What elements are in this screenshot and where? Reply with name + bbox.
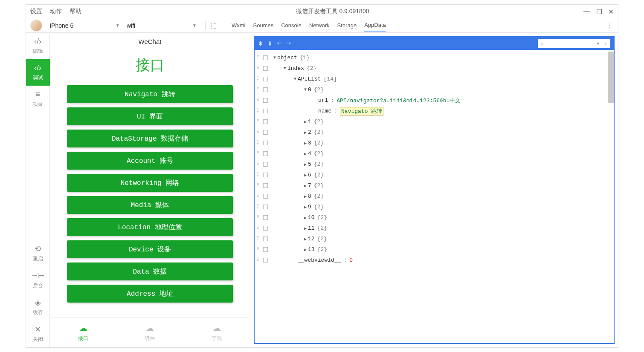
checkbox[interactable] — [263, 66, 268, 71]
expand-down-icon[interactable]: ⇟ — [258, 40, 263, 47]
tree-row[interactable]: ⠿▼index{2} — [255, 63, 614, 74]
api-button[interactable]: Device 设备 — [67, 240, 233, 258]
tree-row[interactable]: ⠿url:API/navigator?a=1111&mid=123:56&b=中… — [255, 95, 614, 106]
tab-wxml[interactable]: Wxml — [232, 20, 246, 31]
tree-row[interactable]: ⠿▼APIList[14] — [255, 74, 614, 84]
close-icon[interactable]: ✕ — [608, 8, 614, 16]
sidebar-cache[interactable]: ◈ 缓存 — [26, 294, 50, 320]
toggle-arrow-icon[interactable]: ▶ — [303, 173, 308, 178]
device-select[interactable]: iPhone 6 ▼ — [46, 22, 123, 29]
drag-handle-icon[interactable]: ⠿ — [256, 87, 261, 92]
more-icon[interactable]: ⋮ — [606, 21, 614, 29]
api-button[interactable]: Address 地址 — [67, 285, 233, 303]
toggle-arrow-icon[interactable]: ▼ — [293, 77, 298, 81]
checkbox[interactable] — [263, 247, 268, 252]
toggle-arrow-icon[interactable]: ▶ — [303, 194, 308, 199]
tree-value[interactable]: API/navigator?a=1111&mid=123:56&b=中文 — [337, 97, 461, 104]
api-button[interactable]: Account 账号 — [67, 152, 233, 170]
checkbox[interactable] — [263, 119, 268, 124]
toggle-arrow-icon[interactable]: ▶ — [303, 226, 308, 231]
tree-row[interactable]: ⠿▶7{2} — [255, 180, 614, 191]
drag-handle-icon[interactable]: ⠿ — [256, 173, 261, 178]
toggle-arrow-icon[interactable]: ▶ — [303, 183, 308, 188]
menu-actions[interactable]: 动作 — [50, 8, 62, 15]
tab-console[interactable]: Console — [281, 20, 302, 31]
scrollbar-thumb[interactable] — [608, 52, 614, 103]
checkbox[interactable] — [263, 215, 268, 220]
checkbox[interactable] — [263, 226, 268, 231]
tree-row[interactable]: ⠿▶9{2} — [255, 202, 614, 212]
data-tree[interactable]: ⠿▼object{1}⠿▼index{2}⠿▼APIList[14]⠿▼0{2}… — [255, 50, 614, 343]
sidebar-debug[interactable]: ‹/› 调试 — [26, 59, 50, 86]
tree-row[interactable]: ⠿▶13{2} — [255, 244, 614, 255]
menu-help[interactable]: 帮助 — [70, 8, 81, 15]
tree-row[interactable]: ⠿▶2{2} — [255, 127, 614, 138]
tree-row[interactable]: ⠿▶8{2} — [255, 191, 614, 202]
maximize-icon[interactable]: ☐ — [596, 8, 602, 16]
toggle-arrow-icon[interactable]: ▼ — [272, 55, 277, 60]
drag-handle-icon[interactable]: ⠿ — [256, 194, 261, 199]
tree-row[interactable]: ⠿▶6{2} — [255, 170, 614, 180]
drag-handle-icon[interactable]: ⠿ — [256, 183, 261, 188]
checkbox[interactable] — [263, 109, 268, 113]
checkbox[interactable] — [263, 194, 268, 199]
checkbox[interactable] — [263, 151, 268, 156]
api-button[interactable]: Data 数据 — [67, 263, 233, 280]
api-button[interactable]: Media 媒体 — [67, 196, 233, 214]
drag-handle-icon[interactable]: ⠿ — [256, 141, 261, 146]
api-button[interactable]: Navigato 跳转 — [67, 85, 233, 103]
tree-row[interactable]: ⠿▼object{1} — [255, 52, 614, 63]
tree-row[interactable]: ⠿▶11{2} — [255, 223, 614, 234]
api-button[interactable]: DataStorage 数据存储 — [67, 130, 233, 147]
redo-icon[interactable]: ↷ — [286, 40, 291, 47]
checkbox[interactable] — [263, 141, 268, 145]
tab-about[interactable]: ☁ 于我 — [212, 323, 222, 342]
tree-row[interactable]: ⠿▶1{2} — [255, 116, 614, 127]
api-button[interactable]: UI 界面 — [67, 107, 233, 125]
tree-row[interactable]: ⠿▼0{2} — [255, 84, 614, 95]
checkbox[interactable] — [263, 87, 268, 92]
checkbox[interactable] — [263, 173, 268, 177]
tree-row[interactable]: ⠿▶10{2} — [255, 212, 614, 223]
sidebar-restart[interactable]: ⟲ 重启 — [26, 240, 50, 267]
checkbox[interactable] — [263, 205, 268, 209]
avatar[interactable] — [30, 20, 42, 32]
tree-row[interactable]: ⠿▶5{2} — [255, 159, 614, 170]
sidebar-project[interactable]: ≡ 项目 — [26, 86, 50, 112]
drag-handle-icon[interactable]: ⠿ — [256, 55, 261, 61]
tree-row[interactable]: ⠿▶12{2} — [255, 234, 614, 244]
tab-storage[interactable]: Storage — [337, 20, 357, 31]
search-input[interactable]: ⌕ ▼ ▼ — [538, 39, 610, 48]
inspect-icon[interactable]: ⬚ — [211, 22, 217, 29]
checkbox[interactable] — [263, 130, 268, 135]
api-button[interactable]: Location 地理位置 — [67, 218, 233, 236]
toggle-arrow-icon[interactable]: ▶ — [303, 237, 308, 242]
tab-network[interactable]: Network — [309, 20, 330, 31]
tab-appdata[interactable]: AppData — [364, 19, 386, 32]
toggle-arrow-icon[interactable]: ▶ — [303, 205, 308, 210]
sidebar-edit[interactable]: ‹/› 编辑 — [26, 33, 50, 59]
tab-api[interactable]: ☁ 接口 — [78, 323, 88, 342]
toggle-arrow-icon[interactable]: ▶ — [303, 119, 308, 124]
toggle-arrow-icon[interactable]: ▶ — [303, 130, 308, 135]
tab-sources[interactable]: Sources — [253, 20, 274, 31]
toggle-arrow-icon[interactable]: ▼ — [303, 87, 308, 92]
drag-handle-icon[interactable]: ⠿ — [256, 77, 261, 82]
tree-value-editing[interactable]: Navigato 跳转 — [340, 107, 383, 115]
drag-handle-icon[interactable]: ⠿ — [256, 258, 261, 263]
checkbox[interactable] — [263, 237, 268, 241]
checkbox[interactable] — [263, 77, 268, 81]
menu-settings[interactable]: 设置 — [30, 8, 42, 15]
checkbox[interactable] — [263, 98, 268, 103]
checkbox[interactable] — [263, 162, 268, 167]
drag-handle-icon[interactable]: ⠿ — [256, 98, 261, 103]
sidebar-background[interactable]: ⊣⊢ 后台 — [26, 267, 50, 294]
drag-handle-icon[interactable]: ⠿ — [256, 130, 261, 135]
drag-handle-icon[interactable]: ⠿ — [256, 205, 261, 210]
undo-icon[interactable]: ↶ — [277, 40, 282, 47]
tab-component[interactable]: ☁ 组件 — [145, 323, 155, 342]
network-select[interactable]: wifi ▼ — [123, 22, 200, 29]
drag-handle-icon[interactable]: ⠿ — [256, 226, 261, 231]
drag-handle-icon[interactable]: ⠿ — [256, 151, 261, 156]
sidebar-close[interactable]: ✕ 关闭 — [26, 320, 50, 347]
